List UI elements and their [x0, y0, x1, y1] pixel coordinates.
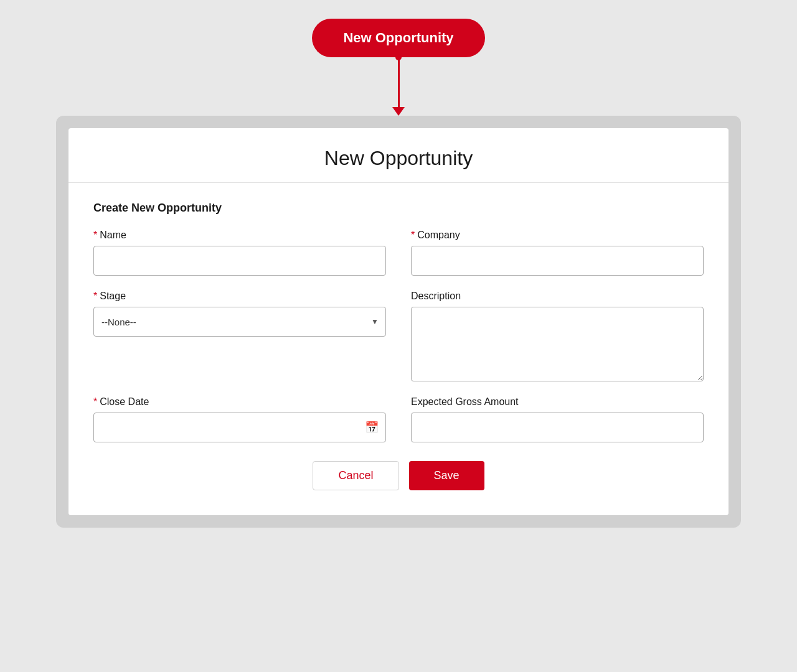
- name-input[interactable]: [93, 246, 386, 276]
- stage-label: * Stage: [93, 291, 386, 302]
- cancel-button[interactable]: Cancel: [313, 461, 398, 490]
- modal-title: New Opportunity: [81, 147, 716, 170]
- name-label: * Name: [93, 230, 386, 241]
- form-row-2: * Stage --None-- ▼ Description: [93, 291, 704, 381]
- new-opportunity-modal: New Opportunity Create New Opportunity *…: [68, 128, 729, 515]
- modal-body: Create New Opportunity * Name * Company: [68, 183, 729, 515]
- name-required-star: *: [93, 230, 97, 241]
- description-label: Description: [411, 291, 704, 302]
- description-textarea[interactable]: [411, 307, 704, 381]
- stage-select-wrapper: --None-- ▼: [93, 307, 386, 337]
- gross-amount-label: Expected Gross Amount: [411, 396, 704, 408]
- form-row-1: * Name * Company: [93, 230, 704, 276]
- gross-amount-input[interactable]: [411, 413, 704, 442]
- arrow-dot: [395, 54, 402, 60]
- close-date-field-group: * Close Date 📅: [93, 396, 386, 442]
- close-date-wrapper: 📅: [93, 413, 386, 442]
- arrow-head: [392, 107, 405, 116]
- stage-field-group: * Stage --None-- ▼: [93, 291, 386, 381]
- new-opportunity-button[interactable]: New Opportunity: [312, 19, 484, 57]
- arrow-connector: [392, 57, 405, 116]
- stage-required-star: *: [93, 291, 97, 302]
- description-field-group: Description: [411, 291, 704, 381]
- section-title: Create New Opportunity: [93, 202, 704, 215]
- gross-amount-field-group: Expected Gross Amount: [411, 396, 704, 442]
- close-date-input[interactable]: [93, 413, 386, 442]
- company-label: * Company: [411, 230, 704, 241]
- close-date-label: * Close Date: [93, 396, 386, 408]
- modal-header: New Opportunity: [68, 128, 729, 183]
- outer-panel: New Opportunity Create New Opportunity *…: [56, 116, 741, 528]
- company-required-star: *: [411, 230, 415, 241]
- form-actions: Cancel Save: [93, 461, 704, 490]
- save-button[interactable]: Save: [409, 461, 484, 490]
- company-field-group: * Company: [411, 230, 704, 276]
- form-row-3: * Close Date 📅 Expected Gross Amount: [93, 396, 704, 442]
- company-input[interactable]: [411, 246, 704, 276]
- close-date-required-star: *: [93, 396, 97, 408]
- name-field-group: * Name: [93, 230, 386, 276]
- arrow-line: [398, 57, 400, 107]
- stage-select[interactable]: --None--: [93, 307, 386, 337]
- top-button-container: New Opportunity: [312, 19, 484, 116]
